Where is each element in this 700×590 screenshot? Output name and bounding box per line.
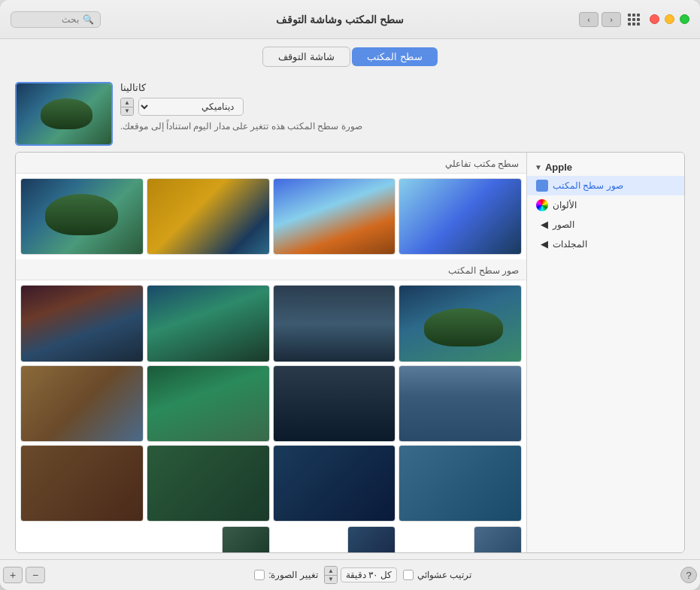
island-decoration bbox=[41, 98, 92, 129]
interval-stepper-up[interactable]: ▲ bbox=[325, 567, 337, 576]
sidebar-item-desktop-pictures-label: صور سطح المكتب bbox=[553, 180, 623, 191]
gallery-item[interactable] bbox=[273, 285, 396, 362]
gallery-item[interactable] bbox=[147, 365, 270, 442]
sidebar-item-colors[interactable]: الألوان bbox=[527, 195, 684, 215]
close-button[interactable] bbox=[650, 14, 659, 24]
interval-stepper-row: كل ٣٠ دقيقة ▲ ▼ bbox=[324, 566, 397, 584]
main-window: ‹ › سطح المكتب وشاشة التوقف 🔍 سطح المكتب… bbox=[0, 0, 700, 590]
gallery-item[interactable] bbox=[20, 285, 144, 362]
stepper-up[interactable]: ▲ bbox=[121, 98, 133, 107]
search-box[interactable]: 🔍 bbox=[11, 11, 101, 28]
forward-button[interactable]: › bbox=[579, 12, 598, 27]
gallery-item[interactable] bbox=[222, 526, 270, 552]
colors-icon bbox=[536, 199, 548, 211]
search-icon: 🔍 bbox=[83, 14, 94, 25]
help-button[interactable]: ? bbox=[680, 567, 697, 583]
traffic-lights bbox=[650, 14, 689, 24]
remove-button[interactable]: − bbox=[26, 567, 45, 583]
sidebar-item-desktop-pictures[interactable]: صور سطح المكتب bbox=[527, 176, 684, 195]
desktop-gallery-grid bbox=[16, 280, 526, 526]
wallpaper-preview-section: كاتالينا ديناميكي ضوء النهار الليل مخصص … bbox=[15, 74, 685, 152]
main-panel: Apple ▼ صور سطح المكتب الألوان الصور ◀ ا… bbox=[15, 152, 685, 553]
minimize-button[interactable] bbox=[665, 14, 674, 24]
sidebar-item-folders[interactable]: المجلدات ◀ bbox=[527, 234, 684, 254]
random-checkbox[interactable] bbox=[403, 570, 414, 580]
wallpaper-description: صورة سطح المكتب هذه تتغير على مدار اليوم… bbox=[120, 120, 362, 133]
gallery-item[interactable] bbox=[147, 178, 270, 255]
window-title: سطح المكتب وشاشة التوقف bbox=[101, 14, 579, 26]
gallery-item[interactable] bbox=[20, 365, 144, 442]
interval-display[interactable]: كل ٣٠ دقيقة bbox=[341, 567, 397, 582]
sidebar: Apple ▼ صور سطح المكتب الألوان الصور ◀ ا… bbox=[526, 153, 684, 552]
gallery-item[interactable] bbox=[398, 445, 522, 522]
apps-grid-icon bbox=[628, 14, 640, 26]
preview-thumbnail bbox=[17, 83, 111, 144]
titlebar-nav: ‹ › bbox=[579, 12, 644, 27]
interval-stepper-down[interactable]: ▼ bbox=[325, 576, 337, 584]
sidebar-source-label: Apple bbox=[545, 162, 572, 173]
stepper-down[interactable]: ▼ bbox=[121, 107, 133, 116]
wallpaper-style-row: ديناميكي ضوء النهار الليل مخصص ▲ ▼ bbox=[120, 98, 244, 116]
gallery-item[interactable] bbox=[147, 285, 270, 362]
bottom-right: − + bbox=[3, 567, 45, 583]
change-image-row: تغيير الصورة: bbox=[254, 570, 318, 580]
gallery-section-dynamic: سطح مكتب تفاعلي bbox=[16, 153, 526, 174]
tab-desktop[interactable]: سطح المكتب bbox=[352, 47, 438, 66]
tabs-bar: سطح المكتب شاشة التوقف bbox=[0, 39, 700, 74]
bottom-center: تغيير الصورة: كل ٣٠ دقيقة ▲ ▼ ترتيب عشوا… bbox=[254, 566, 471, 584]
folders-icon: ◀ bbox=[536, 238, 548, 250]
gallery-item[interactable] bbox=[273, 445, 396, 522]
interval-stepper[interactable]: ▲ ▼ bbox=[324, 566, 338, 584]
bottom-left: ? bbox=[680, 567, 697, 583]
change-image-label: تغيير الصورة: bbox=[268, 570, 318, 580]
bottom-bar: ? تغيير الصورة: كل ٣٠ دقيقة ▲ ▼ ترتيب عش… bbox=[0, 559, 700, 590]
sidebar-source-header[interactable]: Apple ▼ bbox=[527, 159, 684, 176]
maximize-button[interactable] bbox=[680, 14, 689, 24]
gallery-item[interactable] bbox=[273, 365, 396, 442]
sidebar-item-photos-label: الصور bbox=[553, 219, 574, 230]
dynamic-gallery-grid bbox=[16, 174, 526, 259]
gallery-item[interactable] bbox=[398, 365, 522, 442]
search-input[interactable] bbox=[19, 14, 79, 25]
style-stepper[interactable]: ▲ ▼ bbox=[120, 98, 134, 116]
gallery-item[interactable] bbox=[20, 178, 144, 255]
style-select[interactable]: ديناميكي ضوء النهار الليل مخصص bbox=[138, 98, 244, 116]
change-image-checkbox[interactable] bbox=[254, 570, 265, 580]
sidebar-item-photos[interactable]: الصور ◀ bbox=[527, 215, 684, 234]
desktop-gallery-grid-partial bbox=[16, 526, 526, 552]
wallpaper-info: كاتالينا ديناميكي ضوء النهار الليل مخصص … bbox=[120, 82, 685, 133]
random-label: ترتيب عشوائي bbox=[417, 570, 471, 580]
titlebar-left: ‹ › bbox=[579, 12, 689, 27]
back-button[interactable]: ‹ bbox=[602, 12, 621, 27]
dropdown-arrow-icon: ▼ bbox=[535, 163, 542, 171]
random-row: ترتيب عشوائي bbox=[403, 570, 471, 580]
gallery-item[interactable] bbox=[398, 285, 522, 362]
gallery-item[interactable] bbox=[398, 178, 522, 255]
tab-screensaver[interactable]: شاشة التوقف bbox=[262, 47, 350, 67]
wallpaper-preview-image bbox=[15, 82, 113, 146]
apps-grid-button[interactable] bbox=[624, 12, 644, 27]
gallery-item[interactable] bbox=[20, 445, 144, 522]
gallery-area: سطح مكتب تفاعلي صور سطح المكتب bbox=[16, 153, 526, 552]
gallery-section-desktop: صور سطح المكتب bbox=[16, 259, 526, 280]
gallery-item[interactable] bbox=[347, 526, 395, 552]
content-area: كاتالينا ديناميكي ضوء النهار الليل مخصص … bbox=[0, 74, 700, 559]
wallpaper-name: كاتالينا bbox=[120, 82, 146, 93]
titlebar: ‹ › سطح المكتب وشاشة التوقف 🔍 bbox=[0, 0, 700, 39]
gallery-item[interactable] bbox=[273, 178, 396, 255]
add-button[interactable]: + bbox=[3, 567, 23, 583]
gallery-item[interactable] bbox=[474, 526, 522, 552]
desktop-pictures-icon bbox=[536, 180, 548, 192]
gallery-item[interactable] bbox=[147, 445, 270, 522]
sidebar-item-colors-label: الألوان bbox=[553, 200, 577, 210]
photos-icon: ◀ bbox=[536, 219, 548, 231]
sidebar-item-folders-label: المجلدات bbox=[553, 239, 587, 250]
